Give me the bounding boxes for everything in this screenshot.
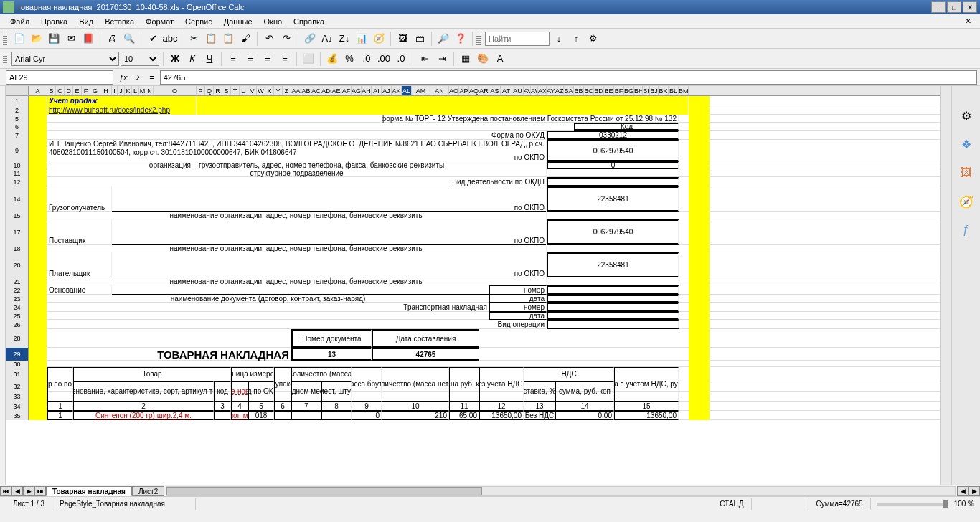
cell[interactable]: [29, 320, 47, 329]
row-header[interactable]: 24: [6, 303, 29, 312]
cell[interactable]: [29, 169, 47, 177]
cell[interactable]: пог. м.: [231, 411, 248, 420]
cell[interactable]: [291, 411, 321, 420]
col-header-AH[interactable]: AH: [362, 86, 372, 95]
row-header[interactable]: 2: [6, 105, 29, 115]
cell[interactable]: 13650,00: [479, 411, 524, 420]
col-header-X[interactable]: X: [265, 86, 274, 95]
col-header-S[interactable]: S: [222, 86, 231, 95]
fontcolor-icon[interactable]: A: [492, 51, 508, 67]
cell[interactable]: [29, 392, 47, 402]
row-header[interactable]: 34: [6, 402, 29, 411]
spellcheck-icon[interactable]: ✔: [145, 31, 161, 47]
fx-icon[interactable]: ƒx: [116, 73, 131, 82]
col-header-AG[interactable]: AG: [352, 86, 362, 95]
toolbar-grip-3[interactable]: [3, 52, 7, 66]
cell[interactable]: Учет продаж: [47, 96, 197, 105]
menu-file[interactable]: Файл: [4, 16, 35, 27]
menu-data[interactable]: Данные: [218, 16, 258, 27]
cell[interactable]: 7: [291, 402, 321, 411]
cell[interactable]: [112, 219, 547, 245]
paste-icon[interactable]: 📋: [220, 31, 236, 47]
cell[interactable]: [112, 186, 547, 212]
cell[interactable]: номер: [489, 303, 547, 312]
col-header-J[interactable]: J: [118, 86, 125, 95]
cell[interactable]: 2: [73, 402, 214, 411]
equals-icon[interactable]: =: [146, 73, 156, 82]
cell[interactable]: [321, 411, 352, 420]
cell[interactable]: 22358481: [547, 186, 679, 212]
tab-next-button[interactable]: ▶: [23, 486, 34, 496]
cell[interactable]: [547, 295, 679, 303]
open-icon[interactable]: 📂: [29, 31, 44, 47]
cell[interactable]: [214, 411, 231, 420]
col-header-Y[interactable]: Y: [274, 86, 283, 95]
cell[interactable]: [29, 105, 47, 115]
cell[interactable]: дата: [489, 312, 547, 320]
row-header[interactable]: 11: [6, 169, 29, 177]
cell[interactable]: [29, 245, 47, 252]
cell[interactable]: 8: [321, 402, 352, 411]
minimize-button[interactable]: _: [931, 1, 946, 13]
cell[interactable]: [112, 252, 547, 277]
cell[interactable]: НДС: [524, 367, 614, 381]
cell[interactable]: 13: [524, 402, 555, 411]
col-header-AX[interactable]: AX: [538, 86, 547, 95]
cell[interactable]: 12: [479, 402, 524, 411]
cell[interactable]: [29, 295, 47, 303]
col-header-BA[interactable]: BA: [564, 86, 574, 95]
toolbar-grip-2[interactable]: [476, 32, 481, 46]
col-header-AJ[interactable]: AJ: [382, 86, 392, 95]
underline-button[interactable]: Ч: [202, 51, 217, 67]
currency-icon[interactable]: 💰: [324, 51, 340, 67]
col-header-AS[interactable]: AS: [489, 86, 501, 95]
cell[interactable]: [29, 252, 47, 277]
search-up-icon[interactable]: ↑: [568, 31, 584, 47]
cell[interactable]: Грузополучатель: [47, 186, 112, 212]
indent-increase-icon[interactable]: ⇥: [434, 51, 450, 67]
row-header[interactable]: 35: [6, 411, 29, 420]
col-header-BK[interactable]: BK: [659, 86, 669, 95]
cell[interactable]: http://www.buhsoft.ru/docs/index2.php: [47, 105, 197, 115]
col-header-AC[interactable]: AC: [311, 86, 321, 95]
cell[interactable]: Вид деятельности по ОКДП: [430, 177, 547, 186]
tab-first-button[interactable]: ⏮: [0, 486, 11, 496]
cell[interactable]: Количество (масса): [291, 367, 352, 381]
col-header-G[interactable]: G: [90, 86, 100, 95]
col-header-AL[interactable]: AL: [402, 86, 412, 95]
borders-icon[interactable]: ▦: [458, 51, 473, 67]
cell[interactable]: [29, 140, 47, 161]
col-header-AU[interactable]: AU: [512, 86, 524, 95]
cell[interactable]: 11: [449, 402, 479, 411]
bgcolor-icon[interactable]: 🎨: [475, 51, 491, 67]
col-header-BE[interactable]: BE: [604, 86, 614, 95]
cell[interactable]: [29, 411, 47, 420]
row-header[interactable]: 20: [6, 252, 29, 277]
col-header-BH[interactable]: BH: [634, 86, 643, 95]
cell[interactable]: 65,00: [449, 411, 479, 420]
doc-close-button[interactable]: ✕: [961, 15, 976, 27]
col-header-AQ[interactable]: AQ: [469, 86, 479, 95]
row-header[interactable]: 25: [6, 312, 29, 320]
col-header-T[interactable]: T: [231, 86, 240, 95]
merge-icon[interactable]: ⬜: [301, 51, 316, 67]
cell[interactable]: [29, 96, 47, 105]
col-header-BD[interactable]: BD: [594, 86, 604, 95]
new-icon[interactable]: 📄: [11, 31, 27, 47]
col-header-AB[interactable]: AB: [301, 86, 311, 95]
cell[interactable]: [29, 285, 47, 295]
col-header-K[interactable]: K: [125, 86, 132, 95]
cell[interactable]: Транспортная накладная: [362, 303, 489, 312]
col-header-AT[interactable]: AT: [501, 86, 512, 95]
gallery-icon[interactable]: 🖼: [395, 31, 410, 47]
row-header[interactable]: 29: [6, 348, 29, 361]
maximize-button[interactable]: □: [947, 1, 961, 13]
col-header-BI[interactable]: BI: [643, 86, 650, 95]
cell[interactable]: [29, 186, 47, 212]
menu-help[interactable]: Справка: [288, 16, 330, 27]
menu-format[interactable]: Формат: [140, 16, 179, 27]
col-header-AW[interactable]: AW: [531, 86, 538, 95]
cell[interactable]: 6: [274, 402, 291, 411]
col-header-I[interactable]: I: [112, 86, 118, 95]
cell[interactable]: дата: [489, 295, 547, 303]
